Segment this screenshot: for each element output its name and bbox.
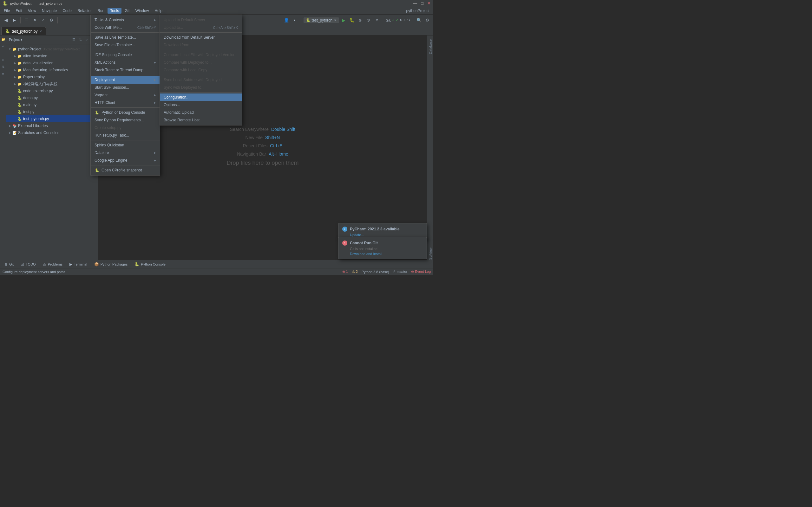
- tree-external-libs[interactable]: ▶ 📚 External Libraries: [6, 122, 98, 129]
- tree-test-pytorch[interactable]: 🐍 test_pytorch.py: [6, 115, 98, 122]
- menu-help[interactable]: Help: [152, 8, 165, 14]
- rail-structure-icon[interactable]: ≡: [1, 57, 6, 62]
- notif-git-link[interactable]: Download and Install: [342, 252, 423, 256]
- toolbar-user-btn[interactable]: 👤: [283, 17, 290, 24]
- status-branch[interactable]: ↱ master: [393, 270, 408, 274]
- menu-code-with-me[interactable]: Code With Me... Ctrl+Shift+Y: [91, 24, 160, 32]
- toolbar-forward-btn[interactable]: ▶: [11, 17, 18, 24]
- status-python[interactable]: Python 3.8 (base): [362, 270, 389, 274]
- menu-sphinx[interactable]: Sphinx Quickstart: [91, 141, 160, 149]
- rail-commit-icon[interactable]: ✔: [1, 44, 6, 49]
- tree-neural-network[interactable]: ▶ 📁 神经网络入门与实践: [6, 80, 98, 88]
- status-event-log[interactable]: ⊗ Event Log: [411, 270, 431, 274]
- menu-vagrant[interactable]: Vagrant ▶: [91, 91, 160, 99]
- menu-git[interactable]: Git: [122, 8, 132, 14]
- menu-run-setup[interactable]: Run setup.py Task...: [91, 131, 160, 139]
- menu-file[interactable]: File: [1, 8, 12, 14]
- menu-run[interactable]: Run: [95, 8, 107, 14]
- tab-close[interactable]: ✕: [39, 30, 42, 33]
- menu-sync-python-reqs[interactable]: Sync Python Requirements...: [91, 116, 160, 124]
- search-everywhere-btn[interactable]: 🔍: [415, 17, 422, 24]
- tree-test[interactable]: 🐍 test.py: [6, 108, 98, 115]
- notif-pycharm-link[interactable]: Update...: [342, 233, 423, 237]
- toolbar-sort-btn[interactable]: ⇅: [32, 17, 38, 24]
- sidebar-expand-btn[interactable]: ⤢: [84, 38, 89, 43]
- tab-label: test_pytorch.py: [12, 29, 38, 34]
- menu-view[interactable]: View: [26, 8, 39, 14]
- close-button[interactable]: ✕: [427, 1, 431, 6]
- menu-save-live-template[interactable]: Save as Live Template...: [91, 34, 160, 41]
- search-hint-label: Search Everywhere: [230, 127, 269, 132]
- menu-python-debug-console[interactable]: 🐍 Python or Debug Console: [91, 109, 160, 116]
- tree-alien-invasion[interactable]: ▶ 📁 alien_invasion: [6, 53, 98, 60]
- menu-refactor[interactable]: Refactor: [75, 8, 94, 14]
- deploy-options[interactable]: Options...: [160, 101, 242, 109]
- deploy-configuration[interactable]: Configuration...: [160, 94, 242, 101]
- deploy-download-default[interactable]: Download from Default Server: [160, 34, 242, 41]
- dataviz-arrow: ▶: [13, 61, 17, 65]
- tree-demo[interactable]: 🐍 demo.py: [6, 95, 98, 101]
- tree-scratches[interactable]: ▶ 📝 Scratches and Consoles: [6, 129, 98, 136]
- menu-open-cprofile[interactable]: 🐍 Open CProfile snapshot: [91, 166, 160, 174]
- menu-deployment[interactable]: Deployment ▶: [91, 76, 160, 83]
- tree-data-viz[interactable]: ▶ 📁 data_visualization: [6, 60, 98, 66]
- menu-ide-scripting[interactable]: IDE Scripting Console: [91, 51, 160, 59]
- tree-root[interactable]: ▼ 📁 pythonProject D:\Coderlife\pythonPro…: [6, 46, 98, 53]
- rail-bookmarks-icon[interactable]: ★: [1, 71, 6, 76]
- sidebar-sort-btn[interactable]: ⇅: [78, 38, 83, 43]
- run-button[interactable]: ▶: [340, 17, 347, 24]
- status-warnings[interactable]: ⚠ 2: [352, 270, 358, 274]
- vagrant-arrow: ▶: [154, 94, 156, 97]
- rail-pull-requests-icon[interactable]: ⇅: [1, 64, 6, 69]
- menu-google-app-engine[interactable]: Google App Engine ▶: [91, 157, 160, 164]
- deploy-automatic-upload[interactable]: Automatic Upload: [160, 109, 242, 116]
- status-errors[interactable]: ⊗ 1: [342, 270, 348, 274]
- tree-manufacturing[interactable]: ▶ 📁 Manufacturing_Informatics: [6, 66, 98, 73]
- menu-tasks-contexts[interactable]: Tasks & Contexts ▶: [91, 16, 160, 24]
- bottom-tab-terminal[interactable]: ▶ Terminal: [66, 261, 90, 268]
- menu-http-client[interactable]: HTTP Client ▶: [91, 99, 160, 107]
- menu-save-file-template[interactable]: Save File as Template...: [91, 41, 160, 49]
- database-label[interactable]: Database: [428, 37, 433, 57]
- bottom-tab-todo[interactable]: ☑ TODO: [17, 261, 39, 268]
- menu-datalore[interactable]: Datalore ▶: [91, 149, 160, 157]
- toolbar-back-btn[interactable]: ◀: [3, 17, 9, 24]
- dataviz-label: data_visualization: [23, 61, 53, 65]
- debug-button[interactable]: 🐛: [349, 17, 356, 24]
- settings-btn[interactable]: ⚙: [424, 17, 431, 24]
- sidebar-view-mode-btn[interactable]: ☰: [71, 38, 77, 43]
- bottom-tab-python-packages[interactable]: 📦 Python Packages: [91, 261, 131, 268]
- profile-button[interactable]: ⏱: [365, 17, 372, 24]
- toolbar-user-arrow[interactable]: ▼: [291, 17, 298, 24]
- rail-project-icon[interactable]: 📁: [1, 37, 6, 42]
- tree-code-exercise[interactable]: 🐍 code_exercise.py: [6, 88, 98, 95]
- bottom-tab-python-console[interactable]: 🐍 Python Console: [131, 261, 169, 268]
- app-title: pythonProject: [10, 2, 32, 5]
- run-config-selector[interactable]: 🐍 test_pytorch ▼: [304, 17, 339, 23]
- menu-edit[interactable]: Edit: [13, 8, 25, 14]
- minimize-button[interactable]: —: [413, 1, 417, 6]
- run-config-name: test_pytorch: [312, 18, 333, 22]
- toolbar-settings-btn[interactable]: ⚙: [48, 17, 55, 24]
- menu-code[interactable]: Code: [60, 8, 74, 14]
- maximize-button[interactable]: □: [421, 1, 423, 6]
- concurrency-button[interactable]: ⟲: [373, 17, 380, 24]
- bottom-tab-git[interactable]: ⊕ Git: [1, 261, 17, 268]
- menu-start-ssh[interactable]: Start SSH Session...: [91, 83, 160, 91]
- tree-main[interactable]: 🐍 main.py: [6, 101, 98, 108]
- menu-navigate[interactable]: Navigate: [39, 8, 59, 14]
- tab-test-pytorch[interactable]: 🐍 test_pytorch.py ✕: [1, 27, 46, 35]
- menu-tools[interactable]: Tools: [107, 8, 121, 14]
- toolbar-view-btn[interactable]: ☰: [23, 17, 30, 24]
- bottom-tab-problems[interactable]: ⚠ Problems: [40, 261, 66, 268]
- status-bar: Configure deployment servers and paths ⊗…: [0, 268, 433, 275]
- menu-stack-trace[interactable]: Stack Trace or Thread Dump...: [91, 66, 160, 74]
- coverage-button[interactable]: ◎: [357, 17, 364, 24]
- menu-xml-actions[interactable]: XML Actions ▶: [91, 59, 160, 66]
- cprofile-icon: 🐍: [95, 168, 100, 173]
- tree-paper-replay[interactable]: ▶ 📁 Paper replay: [6, 73, 98, 80]
- deploy-browse-remote[interactable]: Browse Remote Host: [160, 116, 242, 124]
- menu-window[interactable]: Window: [133, 8, 152, 14]
- toolbar-expand-btn[interactable]: ⤢: [40, 17, 47, 24]
- xml-arrow: ▶: [154, 61, 156, 64]
